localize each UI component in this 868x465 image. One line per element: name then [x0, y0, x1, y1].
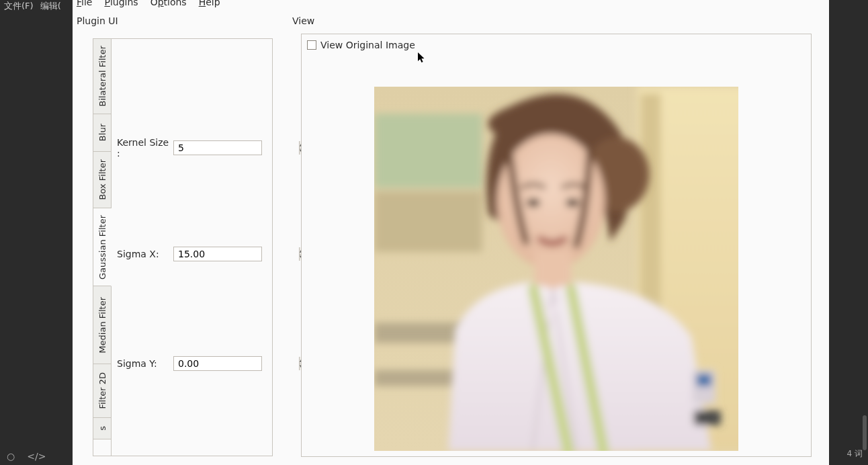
filter-tab-content: Kernel Size : ▲ ▼ Sigma X: ▲ ▼ [112, 39, 272, 456]
svg-point-10 [527, 199, 540, 207]
sigma-y-label: Sigma Y: [117, 358, 173, 369]
status-circle-icon: ○ [7, 451, 15, 462]
filter-tab-strip: Bilateral FilterBlurBox FilterGaussian F… [93, 39, 112, 456]
sigma-x-row: Sigma X: ▲ ▼ [117, 247, 262, 261]
svg-rect-4 [374, 192, 482, 252]
plugin-ui-label: Plugin UI [77, 15, 118, 26]
menu-plugins[interactable]: Plugins [104, 0, 138, 7]
svg-rect-13 [697, 374, 711, 386]
desktop-menu-edit[interactable]: 编辑( [40, 0, 61, 12]
app-window: File Plugins Options Help Plugin UI View… [73, 0, 829, 465]
preview-image [374, 87, 738, 451]
menu-file[interactable]: File [77, 0, 92, 7]
kernel-size-label: Kernel Size : [117, 137, 173, 159]
filter-tab-label: Bilateral Filter [97, 40, 107, 112]
app-menubar: File Plugins Options Help [73, 0, 829, 9]
filter-tab-filter2d[interactable]: Filter 2D [93, 364, 111, 418]
svg-point-11 [566, 199, 579, 207]
desktop-top-menu: 文件(F) 编辑( [0, 0, 77, 9]
filter-tab-median[interactable]: Median Filter [93, 286, 111, 364]
status-code-icon: </> [27, 451, 46, 462]
desktop-statusbar: ○ </> [0, 448, 73, 465]
scrollbar-thumb[interactable] [863, 415, 867, 450]
filter-tab-bilateral[interactable]: Bilateral Filter [93, 39, 111, 114]
view-label: View [292, 15, 314, 26]
desktop-menu-file[interactable]: 文件(F) [4, 0, 34, 12]
kernel-size-row: Kernel Size : ▲ ▼ [117, 137, 262, 159]
kernel-size-spinbox[interactable]: ▲ ▼ [173, 140, 262, 155]
filter-tab-gaussian[interactable]: Gaussian Filter [93, 208, 112, 286]
filter-tab-label: s [97, 421, 107, 436]
filter-tab-box[interactable]: Box Filter [93, 152, 111, 208]
view-original-label: View Original Image [320, 40, 415, 50]
plugin-ui-panel: Bilateral FilterBlurBox FilterGaussian F… [93, 38, 273, 456]
filter-tab-s[interactable]: s [93, 418, 111, 439]
svg-rect-3 [374, 114, 482, 187]
filter-tab-label: Blur [97, 118, 107, 146]
right-dark-strip [829, 0, 868, 465]
svg-rect-14 [694, 411, 721, 425]
kernel-size-input[interactable] [174, 141, 299, 155]
view-original-row: View Original Image [307, 40, 415, 50]
filter-tab-blur[interactable]: Blur [93, 114, 111, 152]
filter-tab-label: Filter 2D [97, 367, 107, 415]
view-panel: View Original Image [301, 34, 812, 457]
filter-tab-label: Median Filter [97, 292, 107, 359]
menu-options[interactable]: Options [150, 0, 187, 7]
sigma-x-spinbox[interactable]: ▲ ▼ [173, 247, 262, 261]
filter-tab-label: Gaussian Filter [97, 210, 107, 285]
menu-help[interactable]: Help [199, 0, 220, 7]
status-word-count: 4 词 [847, 448, 863, 460]
sigma-y-spinbox[interactable]: ▲ ▼ [173, 356, 262, 371]
sigma-x-input[interactable] [174, 247, 299, 261]
sigma-x-label: Sigma X: [117, 249, 173, 259]
filter-tab-label: Box Filter [97, 154, 107, 206]
sigma-y-row: Sigma Y: ▲ ▼ [117, 356, 262, 371]
view-original-checkbox[interactable] [307, 40, 316, 50]
sigma-y-input[interactable] [174, 357, 299, 370]
